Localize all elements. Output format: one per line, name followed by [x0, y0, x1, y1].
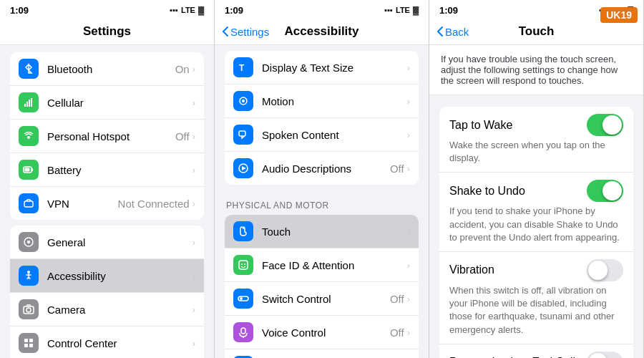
- face-id-chevron: ›: [407, 260, 410, 271]
- vibration-desc: When this switch is off, all vibration o…: [449, 284, 623, 337]
- accessibility-vision-group: T Display & Text Size › Motion › Spoken …: [225, 51, 419, 185]
- acc-item-eye-tracking[interactable]: Eye Tracking Off ›: [225, 349, 419, 358]
- hotspot-chevron: ›: [192, 131, 195, 142]
- settings-nav-title: Settings: [83, 24, 131, 39]
- settings-list[interactable]: Bluetooth On › Cellular › Personal Hotsp…: [0, 45, 214, 358]
- prevent-lock-knob: [588, 353, 608, 358]
- settings-item-control-center[interactable]: Control Center ›: [10, 326, 204, 358]
- settings-panel: 1:09 ▪▪▪ LTE ▓ Settings Bluetooth On ›: [0, 0, 215, 358]
- display-text-label: Display & Text Size: [262, 62, 407, 74]
- shake-to-undo-toggle[interactable]: [587, 180, 623, 202]
- motion-chevron: ›: [407, 96, 410, 107]
- settings-item-vpn[interactable]: VPN Not Connected ›: [10, 187, 204, 220]
- accessibility-signal-icon: ▪▪▪: [384, 6, 393, 14]
- touch-icon: [233, 221, 253, 241]
- svg-rect-17: [29, 344, 33, 347]
- svg-point-30: [242, 100, 245, 102]
- acc-item-motion[interactable]: Motion ›: [225, 84, 419, 118]
- svg-rect-31: [239, 131, 245, 136]
- svg-rect-34: [239, 261, 248, 269]
- physical-motor-group: Touch › Face ID & Attention › Switch Con…: [225, 215, 419, 358]
- touch-settings-section: Tap to Wake Wake the screen when you tap…: [439, 107, 633, 358]
- svg-rect-15: [29, 339, 33, 342]
- audio-desc-value: Off: [390, 163, 404, 175]
- spoken-content-label: Spoken Content: [262, 129, 407, 141]
- vibration-toggle[interactable]: [587, 259, 623, 281]
- acc-item-audio-desc[interactable]: Audio Descriptions Off ›: [225, 152, 419, 185]
- touch-nav-bar: Back Touch: [429, 20, 643, 45]
- status-time: 1:09: [10, 5, 29, 16]
- svg-point-10: [27, 241, 30, 243]
- face-id-icon: [233, 255, 253, 275]
- signal-icon: ▪▪▪: [170, 6, 178, 14]
- settings-nav-bar: Settings: [0, 20, 214, 45]
- touch-back-button[interactable]: Back: [436, 26, 469, 38]
- svg-point-4: [27, 136, 30, 139]
- settings-item-general[interactable]: General ›: [10, 226, 204, 259]
- cellular-label: Cellular: [47, 97, 192, 109]
- touch-status-time: 1:09: [439, 5, 458, 16]
- accessibility-label: Accessibility: [47, 270, 192, 282]
- svg-rect-8: [24, 201, 33, 207]
- settings-item-accessibility[interactable]: Accessibility ›: [10, 259, 204, 293]
- settings-item-battery[interactable]: Battery ›: [10, 153, 204, 187]
- accessibility-back-label: Settings: [230, 26, 269, 38]
- touch-detail-panel: 1:09 ▪▪▪ LTE ▓ Back Touch UK19 If you ha…: [429, 0, 644, 358]
- svg-point-13: [26, 308, 31, 312]
- svg-rect-3: [31, 98, 32, 107]
- switch-control-icon: [233, 289, 253, 309]
- acc-item-face-id[interactable]: Face ID & Attention ›: [225, 248, 419, 282]
- vibration-label: Vibration: [449, 263, 494, 276]
- accessibility-lte-label: LTE: [396, 6, 410, 14]
- voice-control-value: Off: [390, 326, 404, 339]
- tap-to-wake-toggle[interactable]: [587, 114, 623, 136]
- cellular-icon: [19, 92, 39, 112]
- bluetooth-value: On: [175, 63, 190, 75]
- accessibility-battery-icon: ▓: [413, 6, 419, 14]
- acc-item-switch-control[interactable]: Switch Control Off ›: [225, 282, 419, 316]
- svg-point-36: [244, 263, 245, 265]
- acc-item-voice-control[interactable]: Voice Control Off ›: [225, 316, 419, 349]
- spoken-content-icon: [233, 125, 253, 145]
- acc-item-display-text[interactable]: T Display & Text Size ›: [225, 51, 419, 84]
- accessibility-back-button[interactable]: Settings: [222, 26, 269, 38]
- svg-marker-33: [242, 166, 246, 170]
- touch-intro: If you have trouble using the touch scre…: [429, 45, 643, 95]
- audio-desc-chevron: ›: [407, 163, 410, 174]
- touch-label: Touch: [262, 226, 407, 238]
- bluetooth-chevron: ›: [192, 64, 195, 74]
- touch-nav-title: Touch: [519, 24, 555, 39]
- acc-item-spoken-content[interactable]: Spoken Content ›: [225, 118, 419, 152]
- control-center-label: Control Center: [47, 337, 192, 349]
- shake-to-undo-row: Shake to Undo If you tend to shake your …: [439, 173, 633, 252]
- general-icon: [19, 232, 39, 252]
- svg-point-35: [241, 263, 243, 265]
- tap-to-wake-row: Tap to Wake Wake the screen when you tap…: [439, 107, 633, 173]
- svg-text:T: T: [239, 63, 245, 73]
- svg-rect-39: [241, 328, 245, 334]
- svg-rect-16: [24, 344, 28, 347]
- svg-rect-7: [25, 168, 30, 172]
- cellular-chevron: ›: [192, 97, 195, 108]
- lte-label: LTE: [181, 6, 195, 14]
- status-icons: ▪▪▪ LTE ▓: [170, 6, 204, 14]
- acc-item-touch[interactable]: Touch ›: [225, 215, 419, 248]
- vpn-chevron: ›: [192, 198, 195, 209]
- accessibility-chevron: ›: [192, 271, 195, 281]
- motion-label: Motion: [262, 95, 407, 107]
- bluetooth-icon: [19, 59, 39, 79]
- settings-item-camera[interactable]: Camera ›: [10, 293, 204, 326]
- bluetooth-label: Bluetooth: [47, 63, 175, 75]
- tap-to-wake-knob: [602, 115, 622, 135]
- settings-item-personal-hotspot[interactable]: Personal Hotspot Off ›: [10, 120, 204, 153]
- general-chevron: ›: [192, 237, 195, 248]
- vpn-label: VPN: [47, 198, 118, 210]
- accessibility-list[interactable]: T Display & Text Size › Motion › Spoken …: [215, 45, 429, 358]
- settings-item-bluetooth[interactable]: Bluetooth On ›: [10, 52, 204, 86]
- touch-detail-content: If you have trouble using the touch scre…: [429, 45, 643, 358]
- prevent-lock-toggle[interactable]: [587, 352, 623, 358]
- hotspot-value: Off: [175, 130, 190, 142]
- spoken-content-chevron: ›: [407, 130, 410, 140]
- settings-item-cellular[interactable]: Cellular ›: [10, 86, 204, 120]
- tap-to-wake-desc: Wake the screen when you tap on the disp…: [449, 139, 623, 165]
